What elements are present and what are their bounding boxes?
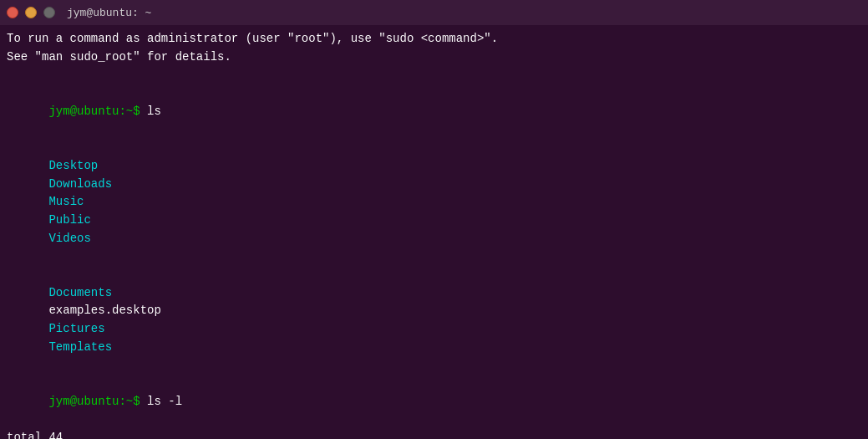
ls-documents: Documents [48, 286, 119, 299]
prompt-ls: jym@ubuntu:~$ ls [7, 84, 861, 139]
info-line-1: To run a command as administrator (user … [7, 30, 861, 48]
minimize-button[interactable] [25, 7, 37, 18]
ls-pictures: Pictures [48, 322, 119, 335]
ls-music: Music [48, 195, 119, 208]
info-line-2: See "man sudo_root" for details. [7, 48, 861, 67]
close-button[interactable] [7, 7, 18, 18]
ls-templates: Templates [48, 340, 112, 354]
ls-output-2: Documents examples.desktop Pictures Temp… [7, 266, 861, 375]
cmd-2: ls -l [147, 395, 182, 408]
ls-desktop: Desktop [48, 159, 119, 172]
prompt-ll: jym@ubuntu:~$ ls -l [7, 375, 861, 429]
cmd-1: ls [147, 105, 161, 118]
titlebar: jym@ubuntu: ~ [0, 0, 868, 25]
window-title: jym@ubuntu: ~ [67, 7, 151, 19]
window: jym@ubuntu: ~ To run a command as admini… [0, 0, 868, 439]
ls-public: Public [48, 213, 119, 227]
prompt-1: jym@ubuntu:~$ [48, 105, 147, 118]
ls-downloads: Downloads [48, 177, 168, 191]
total-line: total 44 [7, 429, 861, 439]
ls-videos: Videos [48, 232, 90, 245]
ls-output-1: Desktop Downloads Music Public Videos [7, 139, 861, 266]
ls-examples: examples.desktop [48, 304, 175, 317]
maximize-button[interactable] [43, 7, 55, 18]
prompt-2: jym@ubuntu:~$ [48, 395, 147, 408]
blank-line-1 [7, 66, 861, 84]
terminal-body[interactable]: To run a command as administrator (user … [0, 25, 868, 439]
